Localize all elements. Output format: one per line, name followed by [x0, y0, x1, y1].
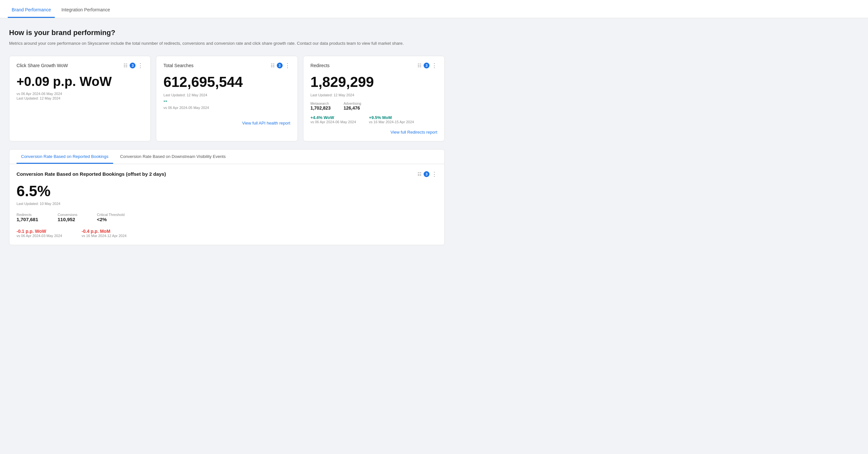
redirects-stats-row: +4.4% WoW vs 06 Apr 2024-06 May 2024 +9.… [311, 115, 437, 124]
filter-icon-searches[interactable]: ☷ [271, 63, 275, 68]
click-share-date1: vs 06 Apr 2024-06 May 2024 [17, 92, 143, 96]
metasearch-label: Metasearch [311, 101, 331, 105]
advertising-value: 126,476 [344, 105, 361, 111]
api-health-report-link[interactable]: View full API health report [242, 121, 290, 125]
change-wow-value: -0.1 p.p. WoW [17, 229, 62, 234]
more-menu-icon-searches[interactable]: ⋮ [285, 63, 290, 68]
total-searches-last-updated: Last Updated: 12 May 2024 [163, 93, 290, 97]
click-share-date2: Last Updated: 12 May 2024 [17, 96, 143, 100]
nav-tab-brand-performance[interactable]: Brand Performance [8, 2, 55, 18]
metric-conversions-label: Conversions [58, 213, 78, 217]
redirects-meta-row: Metasearch 1,702,823 Advertising 126,476 [311, 101, 437, 111]
change-mom-date: vs 16 Mar 2024-12 Apr 2024 [82, 234, 127, 238]
filter-icon-conversion[interactable]: ☷ [417, 172, 422, 177]
cards-row: Click Share Growth WoW ☷ 3 ⋮ +0.09 p.p. … [9, 56, 445, 141]
metric-conversions-value: 110,952 [58, 217, 78, 222]
metasearch-value: 1,702,823 [311, 105, 331, 111]
more-menu-icon-redirects[interactable]: ⋮ [431, 63, 437, 68]
filter-badge-redirects: 3 [424, 63, 430, 68]
advertising-label: Advertising [344, 101, 361, 105]
conversion-header-row: Conversion Rate Based on Reported Bookin… [17, 171, 437, 177]
metric-critical-threshold: Critical Threshold <2% [97, 213, 124, 222]
tab-downstream-visibility[interactable]: Conversion Rate Based on Downstream Visi… [116, 150, 230, 164]
conversion-section-title: Conversion Rate Based on Reported Bookin… [17, 171, 166, 177]
page-content: How is your brand performing? Metrics ar… [0, 18, 454, 255]
mom-stat: +9.5% MoM vs 16 Mar 2024-15 Apr 2024 [369, 115, 414, 124]
conversion-body: Conversion Rate Based on Reported Bookin… [9, 164, 444, 245]
total-searches-vs-date: vs 06 Apr 2024-05 May 2024 [163, 106, 290, 110]
advertising-meta: Advertising 126,476 [344, 101, 361, 111]
redirects-report-link[interactable]: View full Redirects report [391, 130, 437, 134]
card-header-click-share: Click Share Growth WoW ☷ 3 ⋮ [17, 63, 143, 68]
filter-badge-searches: 3 [277, 63, 283, 68]
tab-reported-bookings[interactable]: Conversion Rate Based on Reported Bookin… [17, 150, 113, 164]
total-searches-card-title: Total Searches [163, 63, 193, 68]
metasearch-meta: Metasearch 1,702,823 [311, 101, 331, 111]
top-nav: Brand Performance Integration Performanc… [0, 0, 868, 18]
conversion-last-updated: Last Updated: 10 May 2024 [17, 202, 437, 206]
metric-threshold-value: <2% [97, 217, 124, 222]
page-heading: How is your brand performing? [9, 29, 445, 37]
total-searches-dash: -- [163, 98, 290, 104]
metric-conversions: Conversions 110,952 [58, 213, 78, 222]
conversion-tabs: Conversion Rate Based on Reported Bookin… [9, 150, 444, 164]
redirects-card: Redirects ☷ 3 ⋮ 1,829,299 Last Updated: … [303, 56, 445, 141]
mom-date: vs 16 Mar 2024-15 Apr 2024 [369, 120, 414, 124]
metric-redirects: Redirects 1,707,681 [17, 213, 38, 222]
filter-icon-redirects[interactable]: ☷ [417, 63, 422, 68]
filter-badge-conversion: 3 [424, 171, 430, 177]
wow-value: +4.4% WoW [311, 115, 356, 120]
card-header-redirects: Redirects ☷ 3 ⋮ [311, 63, 437, 68]
conversion-change-row: -0.1 p.p. WoW vs 06 Apr 2024-03 May 2024… [17, 229, 437, 238]
redirects-value: 1,829,299 [311, 74, 437, 90]
card-actions: ☷ 3 ⋮ [123, 63, 143, 68]
mom-value: +9.5% MoM [369, 115, 414, 120]
filter-icon[interactable]: ☷ [123, 63, 128, 68]
change-mom-value: -0.4 p.p. MoM [82, 229, 127, 234]
click-share-value: +0.09 p.p. WoW [17, 74, 143, 89]
wow-date: vs 06 Apr 2024-06 May 2024 [311, 120, 356, 124]
page-subtext: Metrics around your core performance on … [9, 40, 445, 47]
conversion-big-value: 6.5% [17, 182, 437, 200]
click-share-card-title: Click Share Growth WoW [17, 63, 68, 68]
nav-tab-integration-performance[interactable]: Integration Performance [57, 2, 114, 18]
more-menu-icon[interactable]: ⋮ [137, 63, 143, 68]
conversion-metrics-row: Redirects 1,707,681 Conversions 110,952 … [17, 213, 437, 222]
metric-redirects-label: Redirects [17, 213, 38, 217]
redirects-last-updated: Last Updated: 12 May 2024 [311, 93, 437, 97]
metric-threshold-label: Critical Threshold [97, 213, 124, 217]
card-actions-redirects: ☷ 3 ⋮ [417, 63, 437, 68]
card-header-total-searches: Total Searches ☷ 3 ⋮ [163, 63, 290, 68]
wow-stat: +4.4% WoW vs 06 Apr 2024-06 May 2024 [311, 115, 356, 124]
total-searches-value: 612,695,544 [163, 74, 290, 90]
conversion-section: Conversion Rate Based on Reported Bookin… [9, 149, 445, 245]
more-menu-icon-conversion[interactable]: ⋮ [431, 171, 437, 177]
card-actions-searches: ☷ 3 ⋮ [271, 63, 290, 68]
total-searches-card: Total Searches ☷ 3 ⋮ 612,695,544 Last Up… [156, 56, 298, 141]
click-share-card: Click Share Growth WoW ☷ 3 ⋮ +0.09 p.p. … [9, 56, 151, 141]
change-wow: -0.1 p.p. WoW vs 06 Apr 2024-03 May 2024 [17, 229, 62, 238]
filter-badge: 3 [130, 63, 135, 68]
metric-redirects-value: 1,707,681 [17, 217, 38, 222]
redirects-card-title: Redirects [311, 63, 330, 68]
change-wow-date: vs 06 Apr 2024-03 May 2024 [17, 234, 62, 238]
change-mom: -0.4 p.p. MoM vs 16 Mar 2024-12 Apr 2024 [82, 229, 127, 238]
redirects-link-row: View full Redirects report [311, 128, 437, 134]
conversion-actions: ☷ 3 ⋮ [417, 171, 437, 177]
